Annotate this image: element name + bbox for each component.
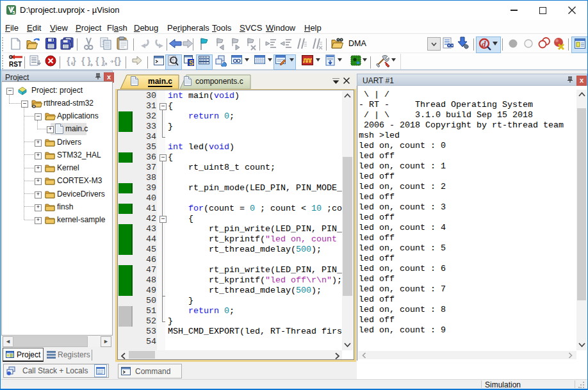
svg-text:{ }: { }: [95, 56, 105, 66]
svg-text:S: S: [189, 59, 193, 67]
svg-text:d: d: [482, 39, 486, 49]
svg-text:{}: {}: [114, 56, 121, 66]
svg-text:{ }: { }: [81, 56, 91, 66]
svg-text:RST: RST: [9, 61, 22, 68]
svg-text:5: 5: [13, 10, 15, 15]
